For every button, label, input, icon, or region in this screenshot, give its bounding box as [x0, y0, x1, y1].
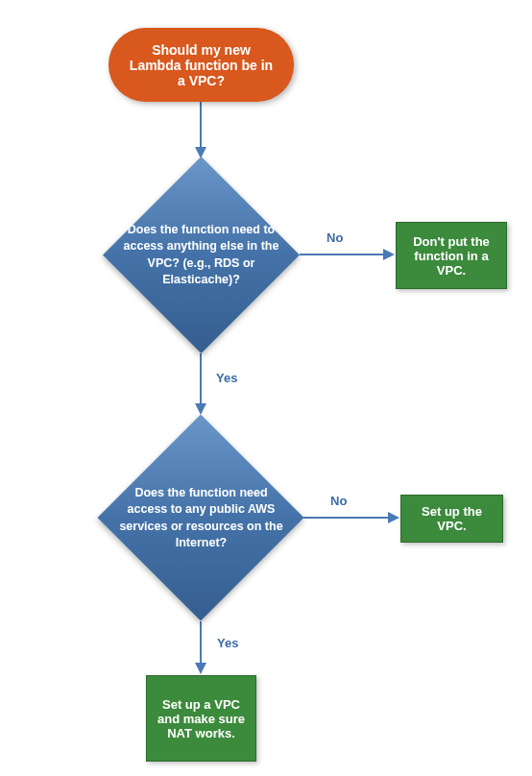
action-no-vpc: Don't put the function in a VPC. — [396, 222, 507, 289]
decision2-text: Does the function need access to any pub… — [98, 466, 304, 571]
svg-marker-9 — [195, 663, 206, 674]
decision1-no-label: No — [326, 230, 343, 245]
svg-marker-3 — [383, 249, 395, 260]
decision2-yes-label: Yes — [217, 636, 238, 650]
svg-marker-7 — [388, 512, 399, 523]
action2-text: Set up the VPC. — [409, 504, 495, 533]
action-vpc-nat: Set up a VPC and make sure NAT works. — [146, 675, 256, 762]
decision2-no-label: No — [330, 494, 347, 508]
svg-marker-5 — [195, 403, 206, 415]
decision-vpc-access: Does the function need to access anythin… — [103, 157, 300, 353]
action1-text: Don't put the function in a VPC. — [404, 234, 498, 278]
action3-text: Set up a VPC and make sure NAT works. — [155, 697, 248, 740]
start-node: Should my new Lambda function be in a VP… — [109, 28, 294, 102]
decision1-yes-label: Yes — [216, 371, 237, 385]
lambda-vpc-flowchart: Should my new Lambda function be in a VP… — [0, 0, 532, 776]
start-text: Should my new Lambda function be in a VP… — [128, 42, 275, 88]
decision1-text: Does the function need to access anythin… — [103, 203, 300, 308]
action-setup-vpc: Set up the VPC. — [400, 495, 503, 543]
decision-public-access: Does the function need access to any pub… — [98, 415, 304, 621]
connector-arrows — [0, 0, 532, 776]
